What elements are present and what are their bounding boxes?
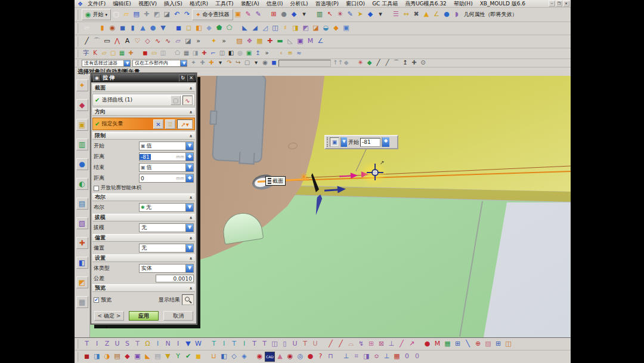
grid2-icon[interactable]: ⊞ — [493, 339, 503, 349]
vector-type-combo[interactable]: ➚▾ — [177, 119, 193, 129]
hook-icon[interactable]: ↪ — [234, 59, 243, 67]
curve-selection-button[interactable]: ∿ — [182, 96, 193, 105]
pin-rose-icon[interactable]: U — [310, 339, 320, 349]
assembly-navigator-icon[interactable]: ✦ — [76, 79, 88, 91]
purple-box-icon[interactable]: ▣ — [132, 352, 143, 362]
origin-star-icon[interactable]: ✳ — [300, 171, 308, 183]
dropdown-arrow-icon[interactable]: ▾ — [376, 10, 386, 20]
open-file-icon[interactable]: ▱ — [121, 10, 131, 20]
web-browser-icon[interactable]: ● — [76, 158, 88, 170]
support-pillar-icon[interactable]: T — [132, 339, 143, 349]
box-section-icon[interactable]: ◫ — [503, 339, 513, 349]
collapse-icon[interactable]: ∧ — [189, 134, 193, 139]
snap-grid-icon[interactable]: ✳ — [356, 59, 365, 67]
toolbar-grip[interactable] — [77, 339, 80, 349]
red-line2-icon[interactable]: ╱ — [336, 339, 346, 349]
dropdown-arrow-icon[interactable]: ▾ — [252, 59, 261, 67]
fit-spline-icon[interactable]: ∿ — [163, 36, 173, 47]
menu-item-13[interactable]: 帮助(H) — [450, 0, 476, 8]
tray-icon[interactable]: ⊔ — [209, 352, 219, 362]
bw-square-icon[interactable]: ◧ — [227, 49, 236, 58]
ring-icon[interactable]: ◎ — [236, 49, 244, 58]
roles-icon[interactable]: ◩ — [76, 276, 88, 288]
more-arrow-icon[interactable]: » — [193, 36, 203, 47]
red-panel2-icon[interactable]: ▦ — [392, 352, 402, 362]
ruler-grid-icon[interactable]: ▦ — [255, 36, 265, 47]
frame-icon[interactable]: ▭ — [150, 49, 159, 58]
menu-item-7[interactable]: 信息(I) — [263, 0, 287, 8]
menu-item-5[interactable]: 工具(T) — [212, 0, 237, 8]
snap-cross-icon[interactable]: ✚ — [410, 59, 419, 67]
ok-button[interactable]: < 确定 > — [94, 311, 124, 321]
lifter-icon[interactable]: Z — [102, 339, 112, 349]
pin-red-icon[interactable]: T — [300, 339, 310, 349]
value-mode-cube-icon[interactable]: ▣ — [330, 137, 339, 147]
dropdown-arrow-icon[interactable]: ▾ — [216, 59, 225, 67]
menu-item-6[interactable]: 装配(A) — [237, 0, 263, 8]
pin-purple1-icon[interactable]: T — [249, 339, 259, 349]
menu-item-11[interactable]: GC 工具箱 — [369, 0, 401, 8]
start-distance-input[interactable]: -81 — [360, 138, 380, 147]
sketch-pen-icon[interactable]: ✎ — [243, 10, 253, 20]
pin-o2-icon[interactable]: 0 — [412, 352, 422, 362]
intersect-icon[interactable]: ◧ — [194, 23, 204, 33]
compass-icon[interactable]: ➤ — [355, 10, 366, 20]
boss-icon[interactable]: ▼ — [158, 23, 168, 33]
window-layout-icon[interactable]: ⊞ — [269, 10, 279, 20]
split-body-icon[interactable]: ◩ — [301, 23, 311, 33]
arc-icon[interactable]: ⌒ — [92, 36, 102, 47]
snap-line-icon[interactable]: ╱ — [374, 59, 383, 67]
tolerance-field[interactable]: 0.0010 — [156, 275, 194, 282]
toolbar-grip[interactable] — [77, 60, 80, 66]
mold-base-icon[interactable]: M — [432, 339, 442, 349]
curve-rule-button[interactable]: ▢ — [171, 96, 181, 105]
text-tool-icon[interactable]: 字 — [82, 49, 91, 58]
g-box-icon[interactable]: ▣ — [244, 49, 253, 58]
l-arrow-icon[interactable]: ⌐ — [209, 49, 218, 58]
check-panel-icon[interactable]: ✔ — [183, 352, 193, 362]
touch-mode-icon[interactable]: ▣ — [233, 10, 243, 20]
collapse-icon[interactable]: ∧ — [189, 236, 193, 241]
yellow-box-icon[interactable]: ◼ — [193, 352, 203, 362]
bolt1-icon[interactable]: ⊥ — [341, 352, 351, 362]
color-grid-icon[interactable]: ▦ — [117, 49, 126, 58]
emboss-icon[interactable]: ⬟ — [214, 23, 224, 33]
start-menu-button[interactable]: ◉ 开始 ▾ — [82, 9, 111, 20]
angle-dim-icon[interactable]: ∠ — [315, 36, 326, 47]
color-grid2-icon[interactable]: ▦ — [442, 339, 453, 349]
constraint-navigator-icon[interactable]: ◆ — [76, 99, 88, 111]
specify-vector-row[interactable]: ✔ 指定矢量 ✕ ⍗ ➚▾ — [92, 118, 195, 130]
scale-body-icon[interactable]: ◆ — [331, 23, 341, 33]
snap-up-icon[interactable]: ↥ — [401, 59, 410, 67]
preview-header[interactable]: 预览∧ — [92, 284, 195, 292]
quad2-icon[interactable]: ⊠ — [376, 339, 386, 349]
spine-icon[interactable]: ≡ — [286, 49, 295, 58]
bushing-icon[interactable]: I — [173, 339, 183, 349]
x-direction-arrow[interactable] — [338, 186, 346, 193]
display-cube-icon[interactable]: ◆ — [289, 10, 299, 20]
gate-icon[interactable]: ▼ — [183, 339, 193, 349]
guide-pin-icon[interactable]: l — [153, 339, 163, 349]
wrap-icon[interactable]: ◒ — [321, 23, 331, 33]
pin-teal2-icon[interactable]: I — [219, 339, 229, 349]
red-cube-icon[interactable]: ◼ — [141, 49, 150, 58]
up-arrows-icon[interactable]: ↑↑ — [333, 59, 342, 67]
hand-icon[interactable]: ↥ — [253, 49, 262, 58]
snap-center-icon[interactable]: ⊙ — [419, 59, 428, 67]
save-icon[interactable]: ▤ — [131, 10, 141, 20]
offset-curve-icon[interactable]: ▱ — [173, 36, 183, 47]
snap-point-icon[interactable]: ✦ — [189, 59, 198, 67]
line-icon[interactable]: ╱ — [82, 36, 92, 47]
bolt5-icon[interactable]: ⊥ — [382, 352, 392, 362]
more-arrow-icon[interactable]: » — [219, 36, 229, 47]
compass2-icon[interactable]: ◎ — [295, 352, 305, 362]
menu-item-12[interactable]: 燕秀UG模具6.32 — [401, 0, 450, 8]
end-distance-field[interactable]: 0 mm ◆ — [139, 174, 194, 183]
dowel-icon[interactable]: N — [163, 339, 173, 349]
pin-o1-icon[interactable]: 0 — [402, 352, 412, 362]
menu-item-10[interactable]: 窗口(O) — [342, 0, 369, 8]
draft-icon[interactable]: ◿ — [260, 23, 270, 33]
process-icon[interactable]: ▧ — [76, 217, 88, 229]
wire-cube-icon[interactable]: ▢ — [109, 49, 117, 58]
stamp-icon[interactable]: ◈ — [239, 352, 249, 362]
